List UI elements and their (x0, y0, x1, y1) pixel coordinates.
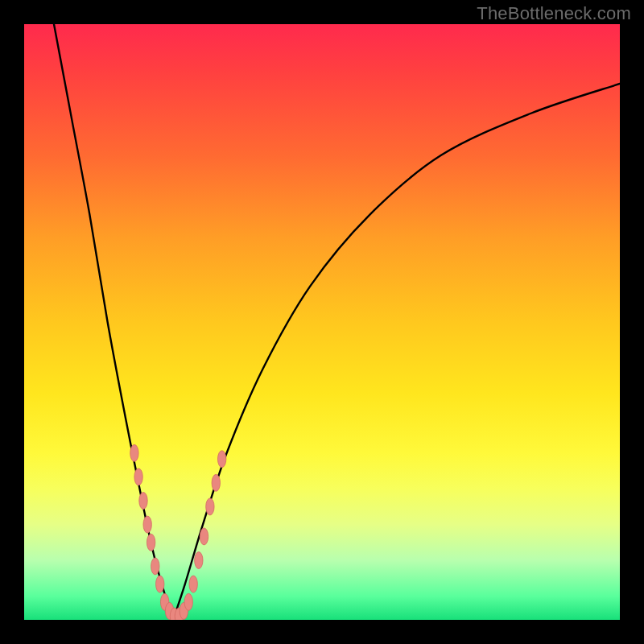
chart-frame: TheBottleneck.com (0, 0, 644, 644)
marker-group (130, 444, 226, 620)
marker-point (206, 498, 214, 515)
marker-point (143, 516, 151, 533)
plot-area (24, 24, 620, 620)
watermark-text: TheBottleneck.com (477, 3, 631, 24)
marker-point (134, 469, 142, 485)
marker-point (151, 558, 159, 575)
marker-point (200, 528, 208, 545)
marker-point (217, 451, 225, 468)
marker-point (156, 576, 164, 592)
marker-point (212, 474, 220, 491)
marker-point (184, 593, 192, 610)
marker-point (130, 444, 138, 461)
marker-point (139, 493, 147, 510)
marker-point (147, 534, 155, 551)
marker-layer (24, 24, 620, 620)
marker-point (195, 552, 203, 569)
marker-point (189, 576, 197, 592)
